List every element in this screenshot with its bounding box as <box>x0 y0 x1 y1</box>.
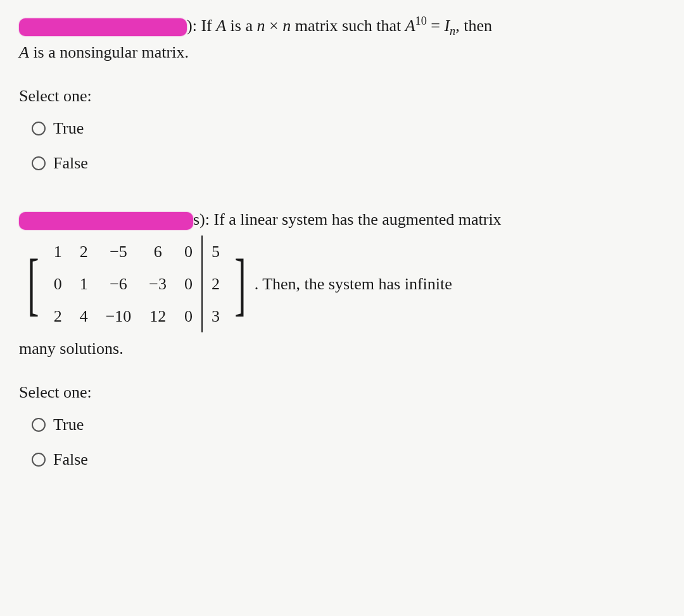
bracket-left-icon <box>27 253 39 315</box>
matrix-cell: 4 <box>71 300 97 332</box>
matrix-cell-aug: 3 <box>202 300 229 332</box>
q1-text: matrix such that <box>291 16 405 35</box>
q2-conclusion: many solutions. <box>19 339 124 358</box>
var-n: n <box>256 16 265 35</box>
option-false[interactable]: False <box>32 447 665 472</box>
matrix-cell: 1 <box>71 268 97 300</box>
matrix-cell: −5 <box>97 236 141 268</box>
radio-icon <box>32 122 46 135</box>
times-symbol: × <box>265 16 282 35</box>
matrix-row: 2 4 −10 12 0 3 <box>45 300 229 332</box>
augmented-matrix: 1 2 −5 6 0 5 0 1 −6 −3 0 2 <box>22 236 252 332</box>
matrix-cell-aug: 2 <box>202 268 229 300</box>
q1-text: , then <box>455 16 492 35</box>
matrix-cell: −3 <box>140 268 175 300</box>
matrix-cell: 2 <box>71 236 97 268</box>
radio-icon <box>32 418 46 432</box>
option-label: False <box>53 447 88 472</box>
question-2-text: s): If a linear system has the augmented… <box>19 207 665 361</box>
matrix-table: 1 2 −5 6 0 5 0 1 −6 −3 0 2 <box>45 236 229 332</box>
option-true[interactable]: True <box>32 116 665 141</box>
option-false[interactable]: False <box>32 151 665 175</box>
redaction-marker <box>19 212 193 230</box>
var-A: A <box>19 43 29 61</box>
matrix-cell: 0 <box>175 236 202 268</box>
var-A: A <box>216 16 226 35</box>
question-2: s): If a linear system has the augmented… <box>19 207 665 472</box>
select-one-label: Select one: <box>19 380 665 405</box>
matrix-row: 1 2 −5 6 0 5 <box>45 236 229 268</box>
bracket-right-icon <box>234 253 246 315</box>
matrix-cell: −6 <box>97 268 141 300</box>
matrix-cell: 6 <box>140 236 175 268</box>
equals: = <box>427 16 445 35</box>
redaction-marker <box>19 18 187 36</box>
radio-icon <box>32 156 46 170</box>
var-A: A <box>405 16 415 35</box>
var-I: I <box>444 16 450 35</box>
q1-conclusion: is a nonsingular matrix. <box>29 43 189 61</box>
matrix-cell: 0 <box>175 268 202 300</box>
matrix-cell: 0 <box>45 268 71 300</box>
option-label: False <box>53 151 88 175</box>
matrix-cell: 1 <box>45 236 71 268</box>
radio-icon <box>32 453 46 467</box>
matrix-row: 0 1 −6 −3 0 2 <box>45 268 229 300</box>
q1-text: ): If <box>187 16 216 35</box>
option-true[interactable]: True <box>32 412 665 437</box>
option-label: True <box>53 412 84 437</box>
q2-after-matrix: . Then, the system has infinite <box>255 272 452 296</box>
question-1: ): If A is a n × n matrix such that A10 … <box>19 13 665 175</box>
matrix-cell: 2 <box>45 300 71 332</box>
subscript-n: n <box>450 25 455 37</box>
matrix-cell: −10 <box>97 300 141 332</box>
q2-intro: s): If a linear system has the augmented… <box>193 210 502 229</box>
var-n: n <box>282 16 291 35</box>
matrix-cell: 12 <box>140 300 175 332</box>
q1-text: is a <box>226 16 256 35</box>
option-label: True <box>53 116 84 141</box>
matrix-cell-aug: 5 <box>202 236 229 268</box>
select-one-label: Select one: <box>19 84 665 108</box>
exponent: 10 <box>415 15 427 27</box>
matrix-cell: 0 <box>175 300 202 332</box>
question-1-text: ): If A is a n × n matrix such that A10 … <box>19 13 665 65</box>
